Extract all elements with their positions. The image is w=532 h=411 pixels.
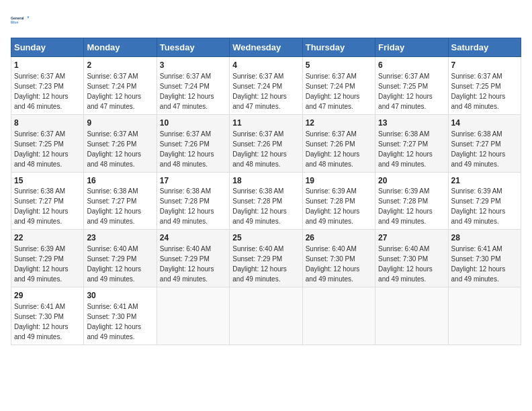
- day-number: 20: [378, 175, 445, 187]
- day-cell: 30Sunrise: 6:41 AMSunset: 7:30 PMDayligh…: [84, 287, 157, 345]
- day-cell: [375, 287, 448, 345]
- calendar-header: SundayMondayTuesdayWednesdayThursdayFrid…: [11, 38, 521, 57]
- page-header: General Blue: [11, 11, 521, 30]
- day-cell: 19Sunrise: 6:39 AMSunset: 7:28 PMDayligh…: [302, 172, 375, 230]
- week-row-4: 22Sunrise: 6:39 AMSunset: 7:29 PMDayligh…: [11, 230, 521, 287]
- logo: General Blue: [11, 11, 30, 30]
- header-cell-monday: Monday: [84, 38, 157, 57]
- day-cell: [157, 287, 229, 345]
- day-number: 13: [378, 118, 445, 129]
- day-info: Sunrise: 6:37 AMSunset: 7:24 PMDaylight:…: [160, 73, 214, 110]
- day-cell: 26Sunrise: 6:40 AMSunset: 7:30 PMDayligh…: [302, 230, 375, 287]
- day-cell: 22Sunrise: 6:39 AMSunset: 7:29 PMDayligh…: [11, 230, 84, 287]
- day-info: Sunrise: 6:37 AMSunset: 7:26 PMDaylight:…: [87, 130, 141, 168]
- day-cell: 21Sunrise: 6:39 AMSunset: 7:29 PMDayligh…: [448, 172, 521, 230]
- day-info: Sunrise: 6:37 AMSunset: 7:24 PMDaylight:…: [306, 73, 360, 110]
- day-info: Sunrise: 6:37 AMSunset: 7:25 PMDaylight:…: [14, 130, 69, 168]
- day-info: Sunrise: 6:38 AMSunset: 7:27 PMDaylight:…: [378, 130, 433, 168]
- day-info: Sunrise: 6:41 AMSunset: 7:30 PMDaylight:…: [87, 303, 141, 340]
- day-info: Sunrise: 6:37 AMSunset: 7:25 PMDaylight:…: [451, 73, 506, 110]
- day-info: Sunrise: 6:39 AMSunset: 7:28 PMDaylight:…: [306, 187, 360, 225]
- svg-text:Blue: Blue: [11, 20, 18, 24]
- day-info: Sunrise: 6:37 AMSunset: 7:24 PMDaylight:…: [232, 73, 287, 110]
- day-number: 26: [306, 232, 372, 244]
- day-info: Sunrise: 6:38 AMSunset: 7:28 PMDaylight:…: [232, 187, 287, 225]
- day-cell: [448, 287, 521, 345]
- svg-text:General: General: [11, 16, 24, 20]
- calendar-body: 1Sunrise: 6:37 AMSunset: 7:23 PMDaylight…: [11, 57, 521, 345]
- day-info: Sunrise: 6:39 AMSunset: 7:28 PMDaylight:…: [378, 187, 433, 225]
- day-cell: 6Sunrise: 6:37 AMSunset: 7:25 PMDaylight…: [375, 57, 448, 115]
- day-number: 21: [451, 175, 518, 187]
- day-cell: 4Sunrise: 6:37 AMSunset: 7:24 PMDaylight…: [230, 57, 302, 115]
- day-cell: [302, 287, 375, 345]
- day-cell: 20Sunrise: 6:39 AMSunset: 7:28 PMDayligh…: [375, 172, 448, 230]
- day-cell: 17Sunrise: 6:38 AMSunset: 7:28 PMDayligh…: [157, 172, 229, 230]
- day-cell: [230, 287, 302, 345]
- day-cell: 18Sunrise: 6:38 AMSunset: 7:28 PMDayligh…: [230, 172, 302, 230]
- day-cell: 15Sunrise: 6:38 AMSunset: 7:27 PMDayligh…: [11, 172, 84, 230]
- day-cell: 2Sunrise: 6:37 AMSunset: 7:24 PMDaylight…: [84, 57, 157, 115]
- day-number: 28: [451, 232, 518, 244]
- day-number: 27: [378, 232, 445, 244]
- day-cell: 9Sunrise: 6:37 AMSunset: 7:26 PMDaylight…: [84, 114, 157, 172]
- day-cell: 25Sunrise: 6:40 AMSunset: 7:29 PMDayligh…: [230, 230, 302, 287]
- day-info: Sunrise: 6:39 AMSunset: 7:29 PMDaylight:…: [451, 187, 506, 225]
- day-number: 5: [306, 60, 372, 71]
- week-row-5: 29Sunrise: 6:41 AMSunset: 7:30 PMDayligh…: [11, 287, 521, 345]
- day-number: 15: [14, 175, 81, 187]
- day-number: 4: [232, 60, 299, 71]
- header-cell-wednesday: Wednesday: [230, 38, 302, 57]
- day-info: Sunrise: 6:40 AMSunset: 7:29 PMDaylight:…: [160, 245, 214, 283]
- day-info: Sunrise: 6:40 AMSunset: 7:30 PMDaylight:…: [306, 245, 360, 283]
- day-info: Sunrise: 6:40 AMSunset: 7:29 PMDaylight:…: [232, 245, 287, 283]
- day-cell: 24Sunrise: 6:40 AMSunset: 7:29 PMDayligh…: [157, 230, 229, 287]
- day-info: Sunrise: 6:40 AMSunset: 7:29 PMDaylight:…: [87, 245, 141, 283]
- day-info: Sunrise: 6:41 AMSunset: 7:30 PMDaylight:…: [451, 245, 506, 283]
- day-cell: 5Sunrise: 6:37 AMSunset: 7:24 PMDaylight…: [302, 57, 375, 115]
- day-cell: 16Sunrise: 6:38 AMSunset: 7:27 PMDayligh…: [84, 172, 157, 230]
- header-cell-sunday: Sunday: [11, 38, 84, 57]
- day-cell: 11Sunrise: 6:37 AMSunset: 7:26 PMDayligh…: [230, 114, 302, 172]
- svg-marker-2: [28, 16, 30, 19]
- day-info: Sunrise: 6:37 AMSunset: 7:24 PMDaylight:…: [87, 73, 141, 110]
- day-info: Sunrise: 6:39 AMSunset: 7:29 PMDaylight:…: [14, 245, 69, 283]
- day-number: 8: [14, 118, 81, 129]
- day-number: 16: [87, 175, 153, 187]
- day-info: Sunrise: 6:38 AMSunset: 7:27 PMDaylight:…: [87, 187, 141, 225]
- calendar-table: SundayMondayTuesdayWednesdayThursdayFrid…: [11, 38, 521, 345]
- day-info: Sunrise: 6:38 AMSunset: 7:27 PMDaylight:…: [451, 130, 506, 168]
- day-number: 18: [232, 175, 299, 187]
- day-info: Sunrise: 6:37 AMSunset: 7:26 PMDaylight:…: [160, 130, 214, 168]
- day-cell: 10Sunrise: 6:37 AMSunset: 7:26 PMDayligh…: [157, 114, 229, 172]
- day-cell: 27Sunrise: 6:40 AMSunset: 7:30 PMDayligh…: [375, 230, 448, 287]
- day-cell: 8Sunrise: 6:37 AMSunset: 7:25 PMDaylight…: [11, 114, 84, 172]
- day-number: 14: [451, 118, 518, 129]
- day-number: 11: [232, 118, 299, 129]
- day-info: Sunrise: 6:38 AMSunset: 7:28 PMDaylight:…: [160, 187, 214, 225]
- day-info: Sunrise: 6:37 AMSunset: 7:26 PMDaylight:…: [306, 130, 360, 168]
- day-number: 3: [160, 60, 226, 71]
- day-cell: 3Sunrise: 6:37 AMSunset: 7:24 PMDaylight…: [157, 57, 229, 115]
- day-number: 23: [87, 232, 153, 244]
- day-cell: 1Sunrise: 6:37 AMSunset: 7:23 PMDaylight…: [11, 57, 84, 115]
- day-number: 29: [14, 290, 81, 302]
- header-cell-thursday: Thursday: [302, 38, 375, 57]
- day-cell: 13Sunrise: 6:38 AMSunset: 7:27 PMDayligh…: [375, 114, 448, 172]
- day-number: 25: [232, 232, 299, 244]
- day-number: 9: [87, 118, 153, 129]
- day-number: 6: [378, 60, 445, 71]
- day-cell: 12Sunrise: 6:37 AMSunset: 7:26 PMDayligh…: [302, 114, 375, 172]
- day-number: 10: [160, 118, 226, 129]
- day-number: 22: [14, 232, 81, 244]
- day-info: Sunrise: 6:37 AMSunset: 7:25 PMDaylight:…: [378, 73, 433, 110]
- day-cell: 28Sunrise: 6:41 AMSunset: 7:30 PMDayligh…: [448, 230, 521, 287]
- day-info: Sunrise: 6:41 AMSunset: 7:30 PMDaylight:…: [14, 303, 69, 340]
- day-info: Sunrise: 6:38 AMSunset: 7:27 PMDaylight:…: [14, 187, 69, 225]
- week-row-1: 1Sunrise: 6:37 AMSunset: 7:23 PMDaylight…: [11, 57, 521, 115]
- week-row-2: 8Sunrise: 6:37 AMSunset: 7:25 PMDaylight…: [11, 114, 521, 172]
- day-number: 12: [306, 118, 372, 129]
- day-info: Sunrise: 6:40 AMSunset: 7:30 PMDaylight:…: [378, 245, 433, 283]
- day-cell: 23Sunrise: 6:40 AMSunset: 7:29 PMDayligh…: [84, 230, 157, 287]
- day-number: 19: [306, 175, 372, 187]
